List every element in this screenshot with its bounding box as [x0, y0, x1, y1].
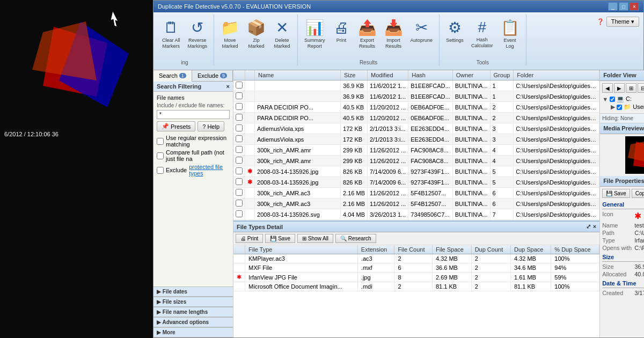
row-check[interactable] — [233, 113, 245, 123]
path-row: Path C:\Users\psi\Deskto — [602, 230, 644, 236]
regex-row: Use regular expression matching — [157, 135, 230, 148]
row-size: 36.9 KB — [341, 91, 368, 102]
tcol-dupspace[interactable]: Dup Space — [510, 245, 551, 254]
presets-button[interactable]: 📌 Presets — [157, 121, 195, 131]
clear-all-markers-button[interactable]: 🗒 Clear AllMarkers — [159, 17, 184, 52]
screenshot-timestamp: 6/2012 / 12:10:06 36 — [0, 129, 63, 139]
minimize-button[interactable]: _ — [608, 2, 618, 11]
tcol-type[interactable]: File Type — [245, 245, 358, 254]
type-count: 8 — [394, 273, 433, 282]
tree-expand-users[interactable]: ▶ — [611, 104, 615, 111]
advanced-options-toggle[interactable]: ▶ Advanced options — [153, 317, 233, 327]
row-check[interactable] — [233, 80, 245, 91]
regex-checkbox[interactable] — [157, 138, 164, 145]
col-check — [233, 70, 245, 80]
more-toggle[interactable]: ▶ More — [153, 327, 233, 337]
row-check[interactable] — [233, 166, 245, 177]
tab-exclude[interactable]: Exclude 9 — [192, 70, 233, 81]
row-folder: C:\Users\psi\Desktop\guides and samples\… — [514, 80, 599, 91]
resize-icon[interactable]: ⤢ — [586, 223, 591, 230]
protected-link[interactable]: protected file types — [189, 164, 230, 177]
row-check[interactable] — [233, 145, 245, 156]
move-marked-button[interactable]: 📁 MoveMarked — [217, 17, 243, 52]
settings-icon: ⚙ — [448, 19, 462, 36]
tcol-ext[interactable]: Extension — [357, 245, 394, 254]
size-prop-value: 36.9 KB — [634, 263, 644, 270]
print-types-button[interactable]: 🖨 Print — [236, 234, 263, 243]
file-list-scroll[interactable]: Name Size Modified Hash Owner Group Fold… — [233, 70, 599, 221]
folder-back-btn[interactable]: ◀ — [602, 83, 613, 93]
tab-bar: Search 1 Exclude 9 — [153, 70, 233, 82]
delete-marked-button[interactable]: ✕ DeleteMarked — [270, 17, 294, 52]
row-check[interactable] — [233, 177, 245, 188]
type-name: KMPlayer.ac3 — [245, 254, 358, 263]
summary-report-button[interactable]: 📊 SummaryReport — [301, 17, 328, 52]
col-folder[interactable]: Folder — [514, 70, 599, 80]
theme-button[interactable]: Theme ▾ — [606, 17, 639, 27]
folder-expand-btn[interactable]: ⊞ — [626, 83, 636, 93]
save-props-button[interactable]: 💾 Save — [602, 189, 630, 198]
col-name[interactable]: Name — [255, 70, 341, 80]
row-check[interactable] — [233, 188, 245, 199]
row-check[interactable] — [233, 134, 245, 145]
row-check[interactable] — [233, 123, 245, 134]
row-hash: B1EE8FCAD... — [408, 80, 452, 91]
row-check[interactable] — [233, 91, 245, 102]
tcol-dupcount[interactable]: Dup Count — [471, 245, 510, 254]
tcol-pct[interactable]: % Dup Space — [551, 245, 599, 254]
zip-marked-button[interactable]: 📦 ZipMarked — [244, 17, 269, 52]
row-name — [255, 80, 341, 91]
row-check[interactable] — [233, 199, 245, 209]
col-hash[interactable]: Hash — [408, 70, 452, 80]
include-input[interactable] — [157, 110, 230, 119]
row-check[interactable] — [233, 156, 245, 166]
tcol-count[interactable]: File Count — [394, 245, 433, 254]
tab-search[interactable]: Search 1 — [153, 70, 192, 82]
window-controls: _ □ × — [608, 2, 639, 11]
row-folder: C:\Users\psi\Desktop\guides and samples\… — [514, 209, 599, 220]
row-size: 299 KB — [341, 156, 368, 166]
save-types-button[interactable]: 💾 Save — [265, 234, 295, 243]
tree-check-users[interactable] — [617, 105, 622, 110]
close-button[interactable]: × — [630, 2, 639, 11]
row-size: 36.9 KB — [341, 80, 368, 91]
file-names-label: File names — [157, 95, 230, 101]
import-results-button[interactable]: 📥 ImportResults — [381, 17, 406, 52]
tools-group-label: Tools — [477, 58, 489, 65]
fullpath-checkbox[interactable] — [157, 152, 164, 159]
reverse-markings-button[interactable]: ↺ ReverseMarkings — [185, 17, 211, 52]
filter-close-icon[interactable]: × — [226, 83, 230, 90]
col-owner[interactable]: Owner — [452, 70, 490, 80]
tcol-space[interactable]: File Space — [432, 245, 471, 254]
file-dates-toggle[interactable]: ▶ File dates — [153, 286, 233, 297]
folder-collapse-btn[interactable]: ⊟ — [638, 83, 644, 93]
file-name-lengths-toggle[interactable]: ▶ File name lengths — [153, 307, 233, 317]
event-log-button[interactable]: 📋 EventLog — [497, 17, 523, 52]
tree-expand-c[interactable]: ▼ — [602, 96, 608, 102]
show-all-button[interactable]: ⊞ Show All — [297, 234, 333, 243]
file-sizes-toggle[interactable]: ▶ File sizes — [153, 297, 233, 307]
hash-calculator-button[interactable]: # HashCalculator — [468, 17, 496, 52]
copy-props-button[interactable]: Copy — [632, 189, 644, 198]
autoprune-button[interactable]: ✂ Autoprune — [407, 17, 436, 52]
left-panel: Search 1 Exclude 9 Search Filtering × Fi… — [153, 70, 233, 337]
help-filter-button[interactable]: ? Help — [197, 121, 224, 131]
export-results-button[interactable]: 📤 ExportResults — [355, 17, 380, 52]
screenshot-panel: 6/2012 / 12:10:06 36 — [0, 0, 153, 338]
row-owner: BUILTIN\A... — [452, 102, 490, 113]
folder-fwd-btn[interactable]: ▶ — [614, 83, 625, 93]
file-types-scroll[interactable]: File Type Extension File Count File Spac… — [233, 245, 599, 291]
print-button[interactable]: 🖨 Print — [330, 17, 354, 52]
research-button[interactable]: 🔍 Research — [335, 234, 376, 243]
row-check[interactable] — [233, 209, 245, 220]
tree-check-c[interactable] — [610, 97, 615, 102]
col-size[interactable]: Size — [341, 70, 368, 80]
col-modified[interactable]: Modified — [368, 70, 408, 80]
col-group[interactable]: Group — [490, 70, 514, 80]
exclude-checkbox[interactable] — [157, 167, 164, 174]
settings-button[interactable]: ⚙ Settings — [443, 17, 467, 52]
results-buttons: 📊 SummaryReport 🖨 Print 📤 ExportResults … — [301, 17, 436, 52]
close-panel-icon[interactable]: × — [593, 223, 596, 230]
maximize-button[interactable]: □ — [619, 2, 628, 11]
row-check[interactable] — [233, 102, 245, 113]
